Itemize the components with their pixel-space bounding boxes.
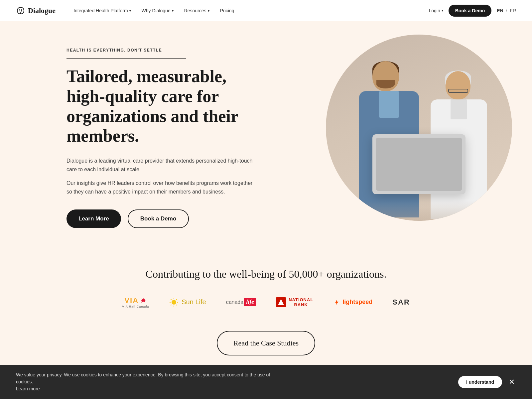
- svg-line-7: [171, 305, 172, 305]
- svg-line-5: [171, 299, 172, 300]
- people-illustration: [326, 35, 512, 221]
- man-head: [372, 61, 399, 91]
- hero-eyebrow: HEALTH IS EVERYTHING. DON'T SETTLE: [66, 48, 253, 53]
- learn-more-button[interactable]: Learn More: [66, 209, 121, 228]
- logo-canada-life: canada life: [226, 298, 256, 306]
- nav-item-resources[interactable]: Resources ▾: [180, 5, 214, 16]
- logo-sar: SAR: [392, 298, 410, 307]
- nav-item-why-dialogue[interactable]: Why Dialogue ▾: [137, 5, 178, 16]
- nav-right: Login ▾ Book a Demo EN / FR: [429, 5, 516, 17]
- logo-via-rail: VIA VIA Rail Canada: [122, 296, 149, 308]
- lightspeed-icon: [333, 299, 340, 306]
- logo[interactable]: Dialogue: [16, 6, 56, 15]
- hero-title: Tailored, measurable, high-quality care …: [66, 66, 253, 146]
- hero-divider: [66, 58, 186, 59]
- hero-book-demo-button[interactable]: Book a Demo: [128, 209, 189, 228]
- hero-description-2: Our insights give HR leaders control ove…: [66, 179, 253, 196]
- sun-icon: [169, 297, 179, 307]
- cookie-banner: We value your privacy. We use cookies to…: [0, 365, 532, 369]
- nav-item-pricing[interactable]: Pricing: [215, 5, 239, 16]
- nav-book-demo-button[interactable]: Book a Demo: [449, 5, 491, 17]
- logos-row: VIA VIA Rail Canada: [27, 296, 505, 308]
- woman-head: [446, 71, 470, 99]
- national-bank-icon: [276, 297, 286, 307]
- laptop-screen: [376, 138, 462, 191]
- hero-buttons: Learn More Book a Demo: [66, 209, 253, 228]
- chevron-down-icon: ▾: [208, 9, 209, 13]
- chevron-down-icon: ▾: [129, 9, 131, 13]
- nav-login[interactable]: Login ▾: [429, 8, 443, 13]
- logo-sun-life: Sun Life: [169, 297, 206, 307]
- hero-circle-image: [326, 35, 512, 221]
- svg-line-8: [177, 299, 177, 300]
- hero-image: [319, 21, 519, 234]
- nav-language-selector[interactable]: EN / FR: [497, 8, 516, 13]
- hero-description-1: Dialogue is a leading virtual care provi…: [66, 157, 253, 174]
- logo-lightspeed: lightspeed: [333, 299, 372, 306]
- nav-links: Integrated Health Platform ▾ Why Dialogu…: [69, 5, 429, 16]
- nav-item-integrated-health[interactable]: Integrated Health Platform ▾: [69, 5, 135, 16]
- chevron-down-icon: ▾: [172, 9, 174, 13]
- maple-leaf-icon: [140, 297, 147, 304]
- hero-content: HEALTH IS EVERYTHING. DON'T SETTLE Tailo…: [66, 41, 253, 228]
- svg-point-0: [172, 300, 176, 305]
- laptop: [372, 134, 466, 194]
- read-case-studies-button[interactable]: Read the Case Studies: [217, 331, 315, 355]
- logo-national-bank: NATIONALBANK: [276, 297, 313, 307]
- social-proof-title: Contributing to the well-being of 50,000…: [27, 268, 505, 280]
- chevron-down-icon: ▾: [442, 9, 443, 12]
- logo-text: Dialogue: [28, 6, 56, 15]
- hero-section: HEALTH IS EVERYTHING. DON'T SETTLE Tailo…: [0, 21, 532, 248]
- svg-line-6: [177, 305, 177, 305]
- social-proof-section: Contributing to the well-being of 50,000…: [0, 248, 532, 369]
- navigation: Dialogue Integrated Health Platform ▾ Wh…: [0, 0, 532, 21]
